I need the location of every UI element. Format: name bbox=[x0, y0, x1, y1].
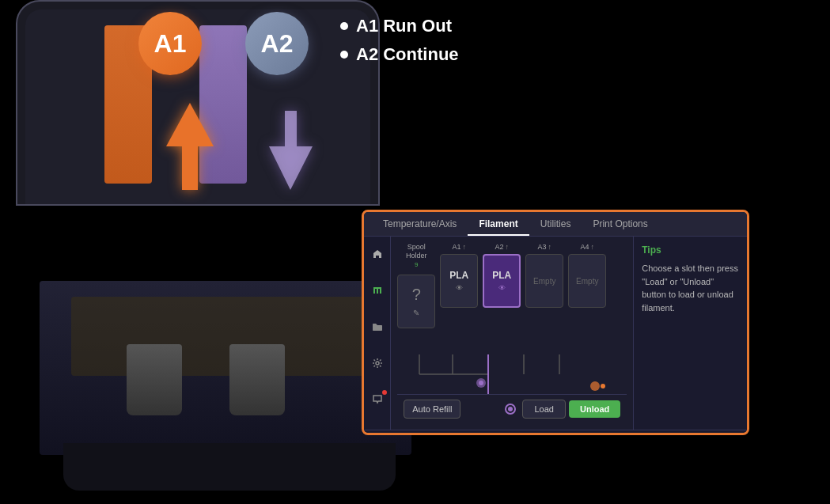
sidebar-icon-filament[interactable] bbox=[366, 279, 388, 301]
svg-point-14 bbox=[590, 381, 600, 391]
tab-filament[interactable]: Filament bbox=[468, 212, 529, 236]
bottom-action-bar: Auto Refill Load Unload bbox=[397, 394, 627, 423]
svg-rect-5 bbox=[373, 287, 381, 289]
badge-a2-label: A2 bbox=[261, 29, 294, 59]
filament-area: SpoolHolder 9 ? ✎ A1 ↑ bbox=[391, 237, 633, 430]
sidebar-icon-settings[interactable] bbox=[366, 352, 388, 374]
printer-internal bbox=[71, 297, 380, 376]
svg-point-15 bbox=[601, 384, 605, 388]
panel-sidebar bbox=[364, 237, 391, 430]
svg-marker-0 bbox=[166, 103, 214, 190]
filament-status-icon bbox=[502, 400, 519, 418]
bullet-a2 bbox=[340, 51, 348, 59]
settings-icon-button[interactable] bbox=[658, 434, 669, 435]
bullet-a1 bbox=[340, 22, 348, 30]
connector-area bbox=[397, 354, 627, 394]
svg-marker-1 bbox=[269, 111, 313, 190]
filament-panel: Temperature/Axis Filament Utilities Prin… bbox=[362, 210, 749, 435]
spool-holder-box[interactable]: ? ✎ bbox=[397, 275, 435, 328]
sidebar-icon-chat[interactable] bbox=[366, 388, 388, 411]
load-button[interactable]: Load bbox=[522, 400, 565, 419]
printer-base bbox=[40, 281, 411, 455]
arrow-down bbox=[269, 111, 313, 193]
connector-svg bbox=[397, 354, 627, 394]
slot-a4-material: Empty bbox=[576, 277, 598, 286]
badge-a1: A1 bbox=[138, 12, 202, 75]
tips-title: Tips bbox=[642, 244, 739, 256]
tips-panel: Tips Choose a slot then press "Load" or … bbox=[633, 237, 747, 430]
tips-text: Choose a slot then press "Load" or "Unlo… bbox=[642, 262, 739, 314]
unload-button[interactable]: Unload bbox=[569, 400, 620, 418]
slot-a1-eye-icon: 👁 bbox=[456, 284, 463, 292]
tab-temperature[interactable]: Temperature/Axis bbox=[372, 212, 468, 236]
slot-col-a1: A1 ↑ PLA 👁 bbox=[440, 243, 478, 308]
arrow-up bbox=[166, 103, 214, 193]
retry-button[interactable]: Retry bbox=[718, 434, 739, 435]
extruder-left bbox=[127, 344, 182, 415]
slot-header-a1: A1 ↑ bbox=[452, 243, 466, 251]
spool-holder-col: SpoolHolder 9 ? ✎ bbox=[397, 243, 435, 328]
sidebar-icon-home[interactable] bbox=[366, 243, 388, 265]
auto-refill-button[interactable]: Auto Refill bbox=[404, 400, 460, 419]
panel-tabs: Temperature/Axis Filament Utilities Prin… bbox=[364, 212, 747, 237]
slot-header-a2: A2 ↑ bbox=[495, 243, 509, 251]
slot-card-a2[interactable]: PLA 👁 bbox=[483, 254, 521, 308]
load-unload-group: Load Unload bbox=[502, 400, 620, 419]
svg-point-6 bbox=[376, 362, 379, 365]
printer-stand bbox=[63, 443, 396, 491]
badge-a2: A2 bbox=[245, 12, 309, 75]
slot-col-a3: A3 ↑ Empty bbox=[525, 243, 563, 308]
slot-card-a3[interactable]: Empty bbox=[525, 254, 563, 308]
spool-holder-label: SpoolHolder 9 bbox=[406, 243, 427, 268]
filament-slots-container: SpoolHolder 9 ? ✎ A1 ↑ bbox=[397, 243, 627, 351]
slot-a2-eye-icon: 👁 bbox=[498, 284, 506, 292]
status-line-2: A2 Continue bbox=[340, 44, 459, 65]
badge-a1-label: A1 bbox=[154, 29, 187, 59]
slot-col-a4: A4 ↑ Empty bbox=[568, 243, 606, 308]
panel-content: SpoolHolder 9 ? ✎ A1 ↑ bbox=[364, 237, 747, 430]
svg-point-17 bbox=[479, 381, 483, 385]
spool-question-mark: ? bbox=[412, 286, 421, 304]
status-panel: A1 Run Out A2 Continue bbox=[340, 16, 459, 73]
slot-a1-material: PLA bbox=[449, 270, 468, 281]
panel-bottom-bar: Guide Retry bbox=[364, 430, 747, 435]
tab-print-options[interactable]: Print Options bbox=[582, 212, 658, 236]
spool-edit-icon: ✎ bbox=[413, 309, 419, 317]
status-line-1: A1 Run Out bbox=[340, 16, 459, 36]
slot-header-a4: A4 ↑ bbox=[580, 243, 594, 251]
slot-header-a3: A3 ↑ bbox=[537, 243, 551, 251]
slot-a3-material: Empty bbox=[533, 277, 555, 286]
nozzle-icon bbox=[475, 377, 487, 392]
guide-button[interactable]: Guide bbox=[682, 434, 705, 435]
tab-utilities[interactable]: Utilities bbox=[529, 212, 582, 236]
svg-point-19 bbox=[508, 407, 513, 411]
extruder-right bbox=[229, 344, 285, 415]
sidebar-icon-folder[interactable] bbox=[366, 316, 388, 338]
slot-card-a1[interactable]: PLA 👁 bbox=[440, 254, 478, 308]
slot-card-a4[interactable]: Empty bbox=[568, 254, 606, 308]
slot-a2-material: PLA bbox=[492, 270, 511, 281]
slot-col-a2: A2 ↑ PLA 👁 bbox=[483, 243, 521, 308]
